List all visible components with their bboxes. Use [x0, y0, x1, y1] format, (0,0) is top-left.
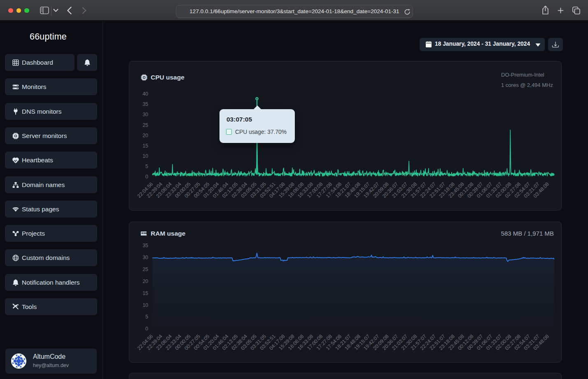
svg-text:0: 0 [145, 174, 148, 180]
svg-text:35: 35 [142, 243, 148, 248]
svg-text:30: 30 [142, 112, 148, 117]
svg-text:20: 20 [142, 133, 148, 138]
svg-text:20: 20 [142, 278, 148, 284]
svg-text:15: 15 [142, 290, 148, 296]
svg-text:15: 15 [142, 143, 148, 149]
svg-text:40: 40 [142, 91, 148, 97]
svg-text:10: 10 [142, 153, 148, 159]
svg-text:25: 25 [142, 267, 148, 272]
svg-text:0: 0 [145, 326, 148, 332]
svg-text:25: 25 [142, 122, 148, 128]
svg-text:30: 30 [142, 255, 148, 260]
svg-text:10: 10 [142, 302, 148, 308]
svg-text:5: 5 [145, 314, 148, 320]
svg-text:5: 5 [145, 164, 148, 169]
svg-text:35: 35 [142, 101, 148, 107]
